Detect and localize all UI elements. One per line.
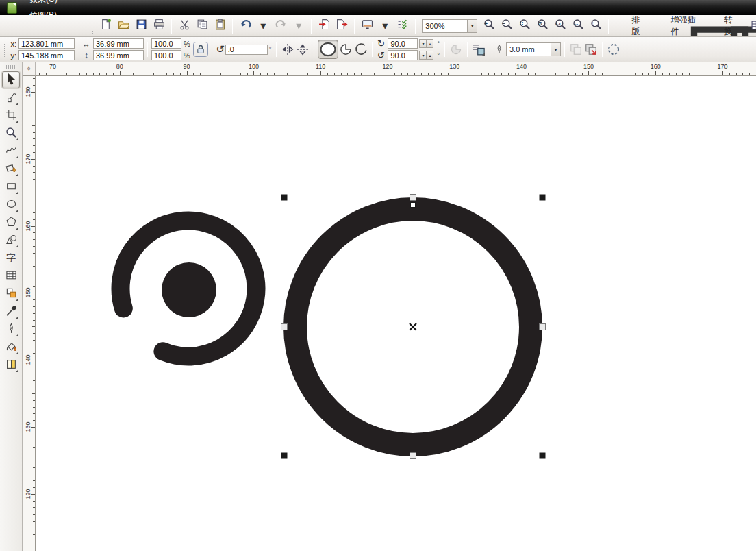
- vertical-ruler[interactable]: 180170160150140130120: [23, 76, 36, 551]
- zoom-page-width-button[interactable]: ↔: [569, 18, 587, 34]
- rotation-angle-field[interactable]: .0: [225, 45, 268, 55]
- print-button[interactable]: [150, 18, 168, 34]
- ruler-origin-icon: ⌖: [27, 64, 31, 73]
- zoom-marquee-button[interactable]: ∷: [516, 18, 533, 34]
- export-icon: [336, 19, 348, 33]
- selection-mid-handle[interactable]: [410, 195, 416, 201]
- horizontal-ruler[interactable]: 708090100110120130140150160170: [36, 62, 756, 76]
- coreldraw-window: 文件(F)编辑(E)视图(V)版面(L)排列(A)效果(C)位图(B)文本(X)…: [0, 0, 756, 551]
- x-position-field[interactable]: 123.801 mm: [18, 38, 75, 49]
- selection-mid-handle[interactable]: [540, 324, 546, 330]
- percent-sign: %: [184, 40, 190, 48]
- zoom-all-button[interactable]: ▭: [551, 18, 569, 34]
- application-launcher-button[interactable]: [358, 18, 376, 34]
- selection-mid-handle[interactable]: [410, 453, 416, 459]
- polygon-tool[interactable]: [2, 214, 20, 231]
- docker-convert[interactable]: 转换: [705, 15, 740, 37]
- redo-button[interactable]: [272, 18, 290, 34]
- selection-corner-handle[interactable]: [540, 195, 546, 201]
- table-tool[interactable]: [2, 267, 20, 284]
- zoom-page-height-button[interactable]: ↕: [587, 18, 605, 34]
- docker-plugins[interactable]: 增强插件: [652, 15, 701, 37]
- table-icon: [5, 269, 17, 283]
- snap-options-button[interactable]: [394, 18, 412, 34]
- open-button[interactable]: [114, 18, 132, 34]
- scale-h-field[interactable]: 100.0: [151, 38, 181, 49]
- convert-to-curves-button[interactable]: [606, 42, 621, 57]
- mirror-vertical-button[interactable]: [295, 42, 310, 57]
- to-front-button[interactable]: [568, 42, 583, 57]
- wrap-paragraph-text-button[interactable]: [471, 42, 486, 57]
- export-button[interactable]: [333, 18, 351, 34]
- copy-button[interactable]: [193, 18, 211, 34]
- to-back-button[interactable]: [583, 42, 598, 57]
- zoom-level-combo[interactable]: 300% ▼: [422, 19, 477, 33]
- rectangle-tool[interactable]: [2, 178, 20, 195]
- zoom-tool[interactable]: [2, 125, 20, 142]
- nib-icon: [5, 323, 17, 336]
- redo-dropdown[interactable]: ▾: [290, 18, 307, 34]
- docker-icon: [709, 20, 721, 32]
- lock-ratio-button[interactable]: [193, 42, 208, 57]
- selection-corner-handle[interactable]: [281, 453, 288, 459]
- docker-typesetting[interactable]: 排版: [612, 15, 648, 37]
- end-angle-spinner[interactable]: ▾▴: [420, 51, 433, 60]
- object-width-field[interactable]: 36.99 mm: [93, 38, 144, 49]
- toolbox-grip[interactable]: [6, 65, 16, 69]
- fill-tool[interactable]: [2, 339, 20, 356]
- toolbar-grip[interactable]: [90, 19, 94, 34]
- arc-mode-button[interactable]: [353, 42, 368, 57]
- outline-width-combo[interactable]: 3.0 mm ▼: [506, 42, 561, 56]
- y-label: y:: [10, 51, 16, 60]
- menu-effects[interactable]: 效果(C): [23, 0, 66, 8]
- basic-shapes-tool[interactable]: [2, 232, 20, 249]
- drawing-canvas[interactable]: [36, 76, 756, 551]
- overlap-squares-icon: [569, 37, 583, 62]
- scale-v-field[interactable]: 100.0: [151, 50, 181, 60]
- macro-manager-button[interactable]: [748, 18, 756, 34]
- outline-combo-arrow-icon[interactable]: ▼: [551, 43, 560, 56]
- interactive-blend-tool[interactable]: [2, 285, 20, 302]
- zoom-selected-button[interactable]: ⊙: [533, 18, 551, 34]
- object-height-field[interactable]: 36.99 mm: [93, 50, 144, 60]
- ellipse-node-handle[interactable]: [411, 203, 416, 208]
- selection-corner-handle[interactable]: [281, 195, 288, 201]
- selection-corner-handle[interactable]: [540, 453, 546, 459]
- paste-button[interactable]: [211, 18, 229, 34]
- glyph-icon: ▾: [296, 19, 301, 32]
- interactive-fill-tool[interactable]: [2, 356, 20, 374]
- save-button[interactable]: [132, 18, 150, 34]
- pie-mode-button[interactable]: [338, 42, 353, 57]
- start-angle-spinner[interactable]: ▾▴: [420, 39, 433, 48]
- ruler-origin-corner[interactable]: ⌖: [23, 62, 36, 76]
- pick-tool[interactable]: [2, 71, 20, 88]
- shape-tool[interactable]: [2, 89, 20, 106]
- selection-center-mark[interactable]: [410, 323, 416, 330]
- zoom-combo-arrow-icon[interactable]: ▼: [467, 20, 477, 32]
- outline-pen-tool[interactable]: [2, 321, 20, 338]
- zoom-out-button[interactable]: −: [498, 18, 516, 34]
- ellipse-tool[interactable]: [2, 196, 20, 213]
- undo-dropdown[interactable]: ▾: [254, 18, 272, 34]
- launcher-dropdown[interactable]: ▾: [376, 18, 394, 34]
- y-position-field[interactable]: 145.188 mm: [18, 50, 75, 60]
- end-angle-field[interactable]: 90.0: [388, 50, 418, 60]
- crop-tool[interactable]: [2, 107, 20, 124]
- arc-direction-button[interactable]: [449, 42, 464, 57]
- mirror-horizontal-button[interactable]: [280, 42, 295, 57]
- propbar-grip[interactable]: [3, 42, 7, 57]
- new-button[interactable]: [97, 18, 114, 34]
- undo-button[interactable]: [236, 18, 254, 34]
- text-tool[interactable]: 字: [2, 249, 20, 267]
- cut-button[interactable]: [175, 18, 193, 34]
- ellipse-mode-button[interactable]: [318, 40, 338, 59]
- end-angle-icon: ↺: [376, 50, 386, 60]
- zoom-in-button[interactable]: +: [480, 18, 498, 34]
- import-button[interactable]: [315, 18, 333, 34]
- selection-mid-handle[interactable]: [281, 324, 288, 330]
- smart-fill-tool[interactable]: [2, 160, 20, 177]
- eyedropper-tool[interactable]: [2, 303, 20, 320]
- center-dot-shape[interactable]: [162, 262, 216, 317]
- freehand-tool[interactable]: [2, 143, 20, 160]
- start-angle-field[interactable]: 90.0: [388, 38, 418, 49]
